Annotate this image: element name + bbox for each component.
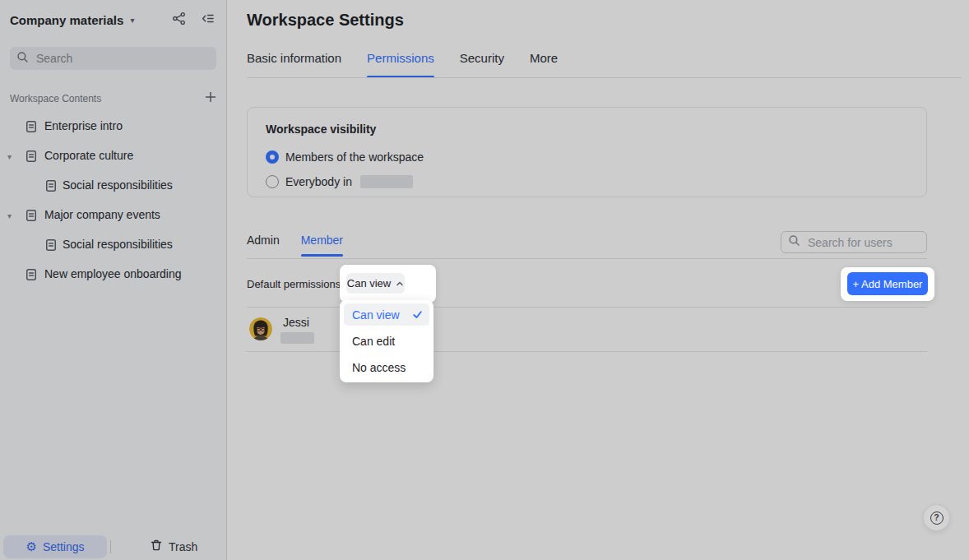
sidebar-item-corporate-culture[interactable]: ▾ Corporate culture <box>0 141 227 171</box>
card-title: Workspace visibility <box>266 123 376 136</box>
trash-label: Trash <box>169 540 197 553</box>
expand-caret-icon[interactable]: ▾ <box>7 211 12 220</box>
trash-button[interactable]: Trash <box>145 535 202 558</box>
question-mark-icon: ? <box>930 511 944 525</box>
chevron-down-icon: ▾ <box>130 16 134 25</box>
check-icon <box>412 309 423 322</box>
add-member-button[interactable]: + Add Member <box>847 272 928 295</box>
menu-item-label: Can edit <box>352 335 395 348</box>
redacted-member-email <box>280 332 314 344</box>
radio-unselected-icon[interactable] <box>266 175 279 188</box>
settings-tabs: Basic information Permissions Security M… <box>247 51 558 78</box>
sidebar-item-new-employee-onboarding[interactable]: New employee onboarding <box>0 260 227 289</box>
tab-member[interactable]: Member <box>301 234 343 257</box>
sidebar-footer: ⚙ Settings Trash <box>0 534 226 560</box>
sidebar-item-label: New employee onboarding <box>44 267 182 280</box>
sidebar-search[interactable] <box>10 47 216 70</box>
permissions-menu: Can view Can edit No access <box>340 300 434 382</box>
add-page-icon[interactable] <box>204 90 217 107</box>
search-icon <box>16 51 29 67</box>
workspace-visibility-card: Workspace visibility Members of the work… <box>247 107 927 197</box>
collapse-sidebar-icon[interactable] <box>201 12 215 25</box>
default-permissions-label: Default permissions: <box>247 278 344 290</box>
menu-item-can-view[interactable]: Can view <box>344 303 429 326</box>
tab-basic-information[interactable]: Basic information <box>247 51 341 78</box>
footer-divider <box>110 540 111 553</box>
sidebar: Company materials ▾ <box>0 0 227 560</box>
tab-security[interactable]: Security <box>460 51 504 78</box>
role-tabs: Admin Member <box>247 234 343 257</box>
member-name: Jessi <box>283 316 309 329</box>
sidebar-item-label: Major company events <box>44 208 160 221</box>
menu-item-label: No access <box>352 361 406 374</box>
dropdown-value: Can view <box>347 277 391 289</box>
share-icon[interactable] <box>172 12 186 25</box>
visibility-option-members[interactable]: Members of the workspace <box>266 150 424 164</box>
document-icon <box>25 209 38 225</box>
help-button[interactable]: ? <box>923 504 950 531</box>
page-title: Workspace Settings <box>247 11 404 30</box>
role-tabs-divider <box>247 258 927 259</box>
sidebar-item-label: Enterprise intro <box>44 119 123 132</box>
sidebar-item-enterprise-intro[interactable]: Enterprise intro <box>0 112 227 141</box>
default-permissions-dropdown[interactable]: Can view <box>346 273 405 294</box>
settings-label: Settings <box>43 540 85 553</box>
workspace-name: Company materials <box>10 13 123 27</box>
sidebar-item-label: Social responsibilities <box>63 178 173 192</box>
tab-admin[interactable]: Admin <box>247 234 280 257</box>
sidebar-item-social-responsibilities-1[interactable]: Social responsibilities <box>0 171 227 201</box>
sidebar-item-major-company-events[interactable]: ▾ Major company events <box>0 201 227 230</box>
sidebar-item-label: Social responsibilities <box>63 238 173 251</box>
visibility-option-everybody[interactable]: Everybody in <box>266 175 413 188</box>
document-icon <box>25 150 38 166</box>
document-icon <box>44 238 58 255</box>
menu-item-can-edit[interactable]: Can edit <box>344 330 429 352</box>
expand-caret-icon[interactable]: ▾ <box>7 152 12 161</box>
sidebar-item-label: Corporate culture <box>44 149 133 162</box>
gear-icon: ⚙ <box>26 541 36 553</box>
radio-selected-icon[interactable] <box>266 150 279 164</box>
tabs-divider <box>247 77 962 78</box>
redacted-org-name <box>360 175 413 188</box>
workspace-contents-heading: Workspace Contents <box>10 93 101 104</box>
sidebar-item-social-responsibilities-2[interactable]: Social responsibilities <box>0 230 227 260</box>
tab-permissions[interactable]: Permissions <box>367 51 434 78</box>
tab-more[interactable]: More <box>530 51 558 78</box>
workspace-settings-page: Company materials ▾ <box>0 0 969 560</box>
radio-label: Everybody in <box>285 175 352 188</box>
user-search[interactable] <box>781 231 927 253</box>
settings-button[interactable]: ⚙ Settings <box>3 535 107 558</box>
chevron-up-icon <box>396 276 404 291</box>
trash-icon <box>150 539 163 555</box>
document-icon <box>25 268 38 285</box>
radio-label: Members of the workspace <box>285 150 424 164</box>
search-icon <box>788 234 800 250</box>
document-icon <box>25 120 38 137</box>
menu-item-label: Can view <box>352 308 400 322</box>
menu-item-no-access[interactable]: No access <box>344 356 429 378</box>
avatar <box>249 317 272 340</box>
search-input[interactable] <box>35 51 210 66</box>
document-icon <box>44 179 58 196</box>
user-search-input[interactable] <box>806 235 920 250</box>
